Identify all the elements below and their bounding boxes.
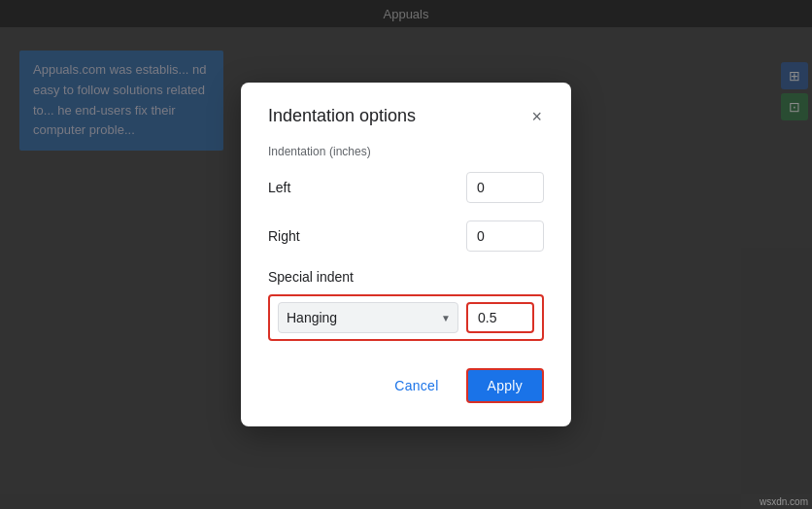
indentation-section-label: Indentation (inches) (268, 144, 544, 158)
cancel-button[interactable]: Cancel (379, 370, 454, 401)
left-label: Left (268, 180, 290, 195)
indentation-dialog: Indentation options × Indentation (inche… (241, 83, 571, 426)
dialog-title: Indentation options (268, 106, 416, 126)
indentation-label-text: Indentation (268, 145, 325, 158)
watermark: wsxdn.com (760, 496, 808, 507)
apply-button[interactable]: Apply (466, 368, 544, 403)
right-label: Right (268, 228, 300, 244)
right-input[interactable] (466, 221, 544, 252)
special-indent-select-wrapper: None First line Hanging ▼ (278, 302, 458, 333)
special-indent-label: Special indent (268, 269, 544, 285)
dialog-footer: Cancel Apply (268, 368, 544, 403)
close-button[interactable]: × (529, 108, 544, 125)
special-indent-row: None First line Hanging ▼ (268, 294, 544, 341)
indentation-unit: (inches) (329, 145, 371, 158)
left-input[interactable] (466, 172, 544, 203)
special-indent-value-input[interactable] (466, 302, 534, 333)
dialog-header: Indentation options × (268, 106, 544, 126)
special-indent-select[interactable]: None First line Hanging (278, 302, 458, 333)
right-field-row: Right (268, 221, 544, 252)
left-field-row: Left (268, 172, 544, 203)
